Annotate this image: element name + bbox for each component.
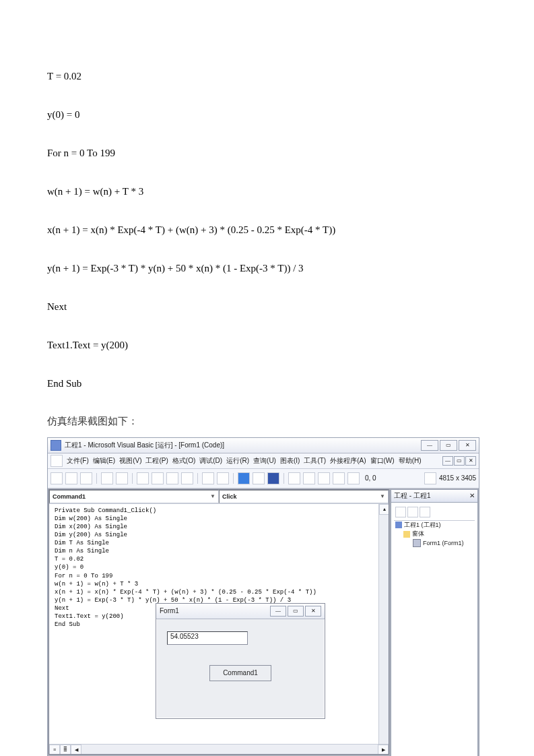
form-icon — [413, 539, 421, 547]
chevron-down-icon: ▼ — [210, 493, 215, 499]
code-line: x(n + 1) = x(n) * Exp(-4 * T) + (w(n) + … — [47, 220, 487, 240]
code-line: y(0) = 0 — [47, 105, 487, 125]
runtime-form: Form1 — ▭ ✕ 54.05523 Command1 — [156, 603, 325, 719]
menu-view[interactable]: 视图(V) — [119, 456, 141, 466]
scroll-right-icon[interactable]: ▶ — [378, 745, 389, 755]
project-explorer: 工程 - 工程1 ✕ 工程1 (工程1) 窗体 — [391, 489, 478, 757]
code-window: Command1 ▼ Click ▼ Private Sub Command1_… — [48, 489, 389, 755]
code-line: Next — [47, 297, 487, 317]
start-icon[interactable] — [238, 472, 250, 484]
close-icon[interactable]: ✕ — [469, 492, 475, 499]
main-toolbar: 0, 0 4815 x 3405 — [48, 469, 479, 489]
menu-file[interactable]: 文件(F) — [67, 456, 89, 466]
menu-project[interactable]: 工程(P) — [145, 456, 168, 466]
menu-editor-icon[interactable] — [80, 472, 92, 484]
form-close-button[interactable]: ✕ — [305, 606, 321, 617]
folder-icon — [403, 531, 410, 538]
proc-view-icon[interactable]: ≡ — [49, 745, 60, 755]
procedure-dropdown-value: Click — [222, 493, 237, 500]
code-line: y(n + 1) = Exp(-3 * T) * y(n) + 50 * x(n… — [47, 259, 487, 278]
window-titlebar: 工程1 - Microsoft Visual Basic [运行] - [For… — [48, 438, 479, 453]
properties-icon[interactable] — [303, 472, 315, 484]
coord-readout: 0, 0 — [365, 474, 376, 482]
view-object-icon[interactable] — [407, 507, 418, 517]
menu-format[interactable]: 格式(O) — [172, 456, 195, 466]
view-code-icon[interactable] — [395, 507, 406, 517]
maximize-button[interactable]: ▭ — [440, 440, 457, 451]
redo-icon[interactable] — [217, 472, 229, 484]
text1-field[interactable]: 54.05523 — [167, 631, 248, 645]
doc-icon — [51, 455, 63, 467]
screenshot-caption: 仿真结果截图如下： — [47, 415, 487, 428]
procedure-dropdown[interactable]: Click ▼ — [219, 490, 389, 503]
menu-edit[interactable]: 编辑(E) — [93, 456, 115, 466]
dims-icon — [424, 472, 436, 484]
toolbox-icon[interactable] — [347, 472, 360, 484]
close-button[interactable]: ✕ — [459, 440, 476, 451]
object-dropdown[interactable]: Command1 ▼ — [49, 490, 219, 503]
save-icon[interactable] — [116, 472, 128, 484]
undo-icon[interactable] — [202, 472, 214, 484]
menu-help[interactable]: 帮助(H) — [399, 456, 422, 466]
scroll-left-icon[interactable]: ◀ — [71, 745, 81, 755]
add-form-icon[interactable] — [65, 472, 77, 484]
window-title: 工程1 - Microsoft Visual Basic [运行] - [For… — [65, 441, 421, 450]
menu-window[interactable]: 窗口(W) — [370, 456, 395, 466]
vertical-scrollbar[interactable]: ▲ — [378, 504, 389, 744]
end-icon[interactable] — [267, 472, 279, 484]
cut-icon[interactable] — [137, 472, 149, 484]
tree-folder-forms[interactable]: 窗体 — [394, 530, 475, 539]
chevron-down-icon: ▼ — [380, 493, 385, 499]
form-title: Form1 — [160, 607, 270, 615]
mdi-close-button[interactable]: ✕ — [465, 456, 476, 466]
mdi-minimize-button[interactable]: — — [442, 456, 453, 466]
project-explorer-icon[interactable] — [288, 472, 300, 484]
copy-icon[interactable] — [152, 472, 164, 484]
vb-screenshot: 工程1 - Microsoft Visual Basic [运行] - [For… — [47, 437, 479, 757]
menu-query[interactable]: 查询(U) — [253, 456, 276, 466]
horizontal-scrollbar[interactable]: ≡ ≣ ◀ ▶ — [49, 744, 389, 754]
tree-project[interactable]: 工程1 (工程1) — [394, 521, 475, 530]
code-line: For n = 0 To 199 — [47, 144, 487, 163]
minimize-button[interactable]: — — [421, 440, 438, 451]
paste-icon[interactable] — [166, 472, 178, 484]
work-area: Command1 ▼ Click ▼ Private Sub Command1_… — [48, 489, 479, 757]
menubar: 文件(F) 编辑(E) 视图(V) 工程(P) 格式(O) 调试(D) 运行(R… — [48, 453, 479, 469]
toggle-folders-icon[interactable] — [420, 507, 430, 517]
object-dropdown-value: Command1 — [53, 493, 86, 500]
form-maximize-button[interactable]: ▭ — [288, 606, 304, 617]
menu-tools[interactable]: 工具(T) — [304, 456, 326, 466]
menu-diagram[interactable]: 图表(I) — [280, 456, 300, 466]
full-view-icon[interactable]: ≣ — [60, 745, 71, 755]
code-line: w(n + 1) = w(n) + T * 3 — [47, 182, 487, 201]
form-layout-icon[interactable] — [318, 472, 330, 484]
project-icon — [395, 522, 402, 528]
code-line: Text1.Text = y(200) — [47, 336, 487, 355]
scroll-up-icon[interactable]: ▲ — [379, 504, 389, 515]
project-panel-title: 工程 - 工程1 — [394, 491, 430, 501]
command1-button[interactable]: Command1 — [209, 665, 271, 681]
dims-readout: 4815 x 3405 — [439, 474, 476, 482]
form-minimize-button[interactable]: — — [270, 606, 286, 617]
menu-run[interactable]: 运行(R) — [226, 456, 249, 466]
menu-debug[interactable]: 调试(D) — [199, 456, 222, 466]
code-listing: T = 0.02 y(0) = 0 For n = 0 To 199 w(n +… — [47, 47, 487, 412]
add-project-icon[interactable] — [51, 472, 63, 484]
tree-form1[interactable]: Form1 (Form1) — [394, 539, 475, 548]
break-icon[interactable] — [253, 472, 265, 484]
menu-addins[interactable]: 外接程序(A) — [330, 456, 366, 466]
open-icon[interactable] — [101, 472, 113, 484]
object-browser-icon[interactable] — [333, 472, 345, 484]
app-icon — [51, 440, 61, 451]
code-line: T = 0.02 — [47, 67, 487, 86]
find-icon[interactable] — [181, 472, 193, 484]
code-line: End Sub — [47, 374, 487, 393]
mdi-restore-button[interactable]: ▭ — [454, 456, 465, 466]
